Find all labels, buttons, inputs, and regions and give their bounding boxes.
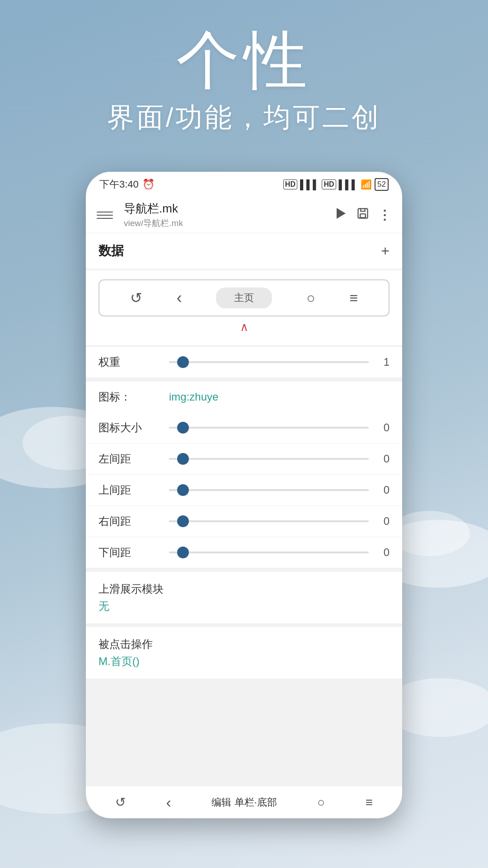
- weight-thumb[interactable]: [177, 356, 189, 368]
- top-margin-slider[interactable]: [169, 489, 369, 491]
- left-margin-slider[interactable]: [169, 458, 369, 460]
- left-margin-label: 左间距: [99, 452, 162, 466]
- bottom-margin-label: 下间距: [99, 545, 162, 560]
- properties-area: 权重 1 图标： img:zhuye 图标大小 0: [86, 347, 402, 679]
- header-title-area: 导航栏.mk view/导航栏.mk: [124, 201, 329, 229]
- right-margin-value: 0: [376, 515, 389, 528]
- top-margin-thumb[interactable]: [177, 484, 189, 496]
- nav-bar-mock: ↺ ‹ 主页 ○ ≡: [99, 279, 389, 316]
- weight-track: [169, 361, 369, 363]
- bottom-nav-menu-icon[interactable]: ≡: [366, 795, 373, 810]
- nav-back-icon[interactable]: ‹: [177, 288, 182, 307]
- battery-indicator: 52: [375, 178, 389, 191]
- file-title: 导航栏.mk: [124, 201, 329, 217]
- right-margin-slider[interactable]: [169, 520, 369, 522]
- left-margin-row: 左间距 0: [86, 443, 402, 475]
- collapse-arrow[interactable]: ∧: [99, 316, 389, 336]
- bottom-nav-label: 编辑 单栏·底部: [211, 796, 277, 809]
- bottom-margin-row: 下间距 0: [86, 537, 402, 568]
- top-margin-label: 上间距: [99, 483, 162, 497]
- data-section-header: 数据 +: [86, 233, 402, 269]
- icon-size-thumb[interactable]: [177, 422, 189, 434]
- main-title: 个性: [0, 18, 488, 104]
- data-section-title: 数据: [99, 242, 124, 259]
- signal-hd-2: HD: [322, 179, 336, 189]
- right-margin-thumb[interactable]: [177, 515, 189, 527]
- top-margin-value: 0: [376, 484, 389, 496]
- sub-title: 界面/功能，均可二创: [0, 99, 488, 136]
- time-display: 下午3:40: [99, 178, 139, 191]
- weight-label: 权重: [99, 355, 162, 369]
- add-data-button[interactable]: +: [381, 244, 389, 258]
- alarm-icon: ⏰: [142, 179, 155, 190]
- weight-row: 权重 1: [86, 347, 402, 378]
- weight-slider[interactable]: [169, 361, 369, 363]
- slide-module-section: 上滑展示模块 无: [86, 572, 402, 623]
- icon-size-slider[interactable]: [169, 427, 369, 429]
- hamburger-menu-button[interactable]: [97, 212, 113, 219]
- click-action-value[interactable]: M.首页(): [99, 654, 389, 669]
- top-margin-track: [169, 489, 369, 491]
- icon-size-value: 0: [376, 421, 389, 434]
- nav-menu-icon[interactable]: ≡: [349, 290, 358, 307]
- nav-home-button[interactable]: 主页: [216, 288, 272, 308]
- click-action-section: 被点击操作 M.首页(): [86, 627, 402, 679]
- section-divider-3: [86, 623, 402, 627]
- status-icons-area: HD ▌▌▌ HD ▌▌▌ 📶 52: [283, 178, 389, 191]
- icon-size-row: 图标大小 0: [86, 412, 402, 443]
- bottom-margin-value: 0: [376, 546, 389, 559]
- app-header: 导航栏.mk view/导航栏.mk ⋮: [86, 197, 402, 233]
- more-options-button[interactable]: ⋮: [378, 208, 391, 222]
- top-text-area: 个性 界面/功能，均可二创: [0, 18, 488, 136]
- play-button[interactable]: [337, 208, 347, 222]
- nav-reload-icon[interactable]: ↺: [130, 289, 142, 307]
- icon-value[interactable]: img:zhuye: [169, 391, 218, 403]
- main-content: 数据 + ↺ ‹ 主页 ○ ≡ ∧ 权重: [86, 233, 402, 786]
- left-margin-track: [169, 458, 369, 460]
- wifi-icon: 📶: [361, 179, 372, 190]
- signal-bars-2: ▌▌▌: [339, 179, 358, 190]
- left-margin-value: 0: [376, 453, 389, 465]
- click-action-label: 被点击操作: [99, 637, 389, 654]
- icon-size-label: 图标大小: [99, 420, 162, 435]
- weight-value: 1: [376, 356, 389, 368]
- nav-preview-section: ↺ ‹ 主页 ○ ≡ ∧: [86, 270, 402, 345]
- status-bar: 下午3:40 ⏰ HD ▌▌▌ HD ▌▌▌ 📶 52: [86, 172, 402, 197]
- phone-frame: 下午3:40 ⏰ HD ▌▌▌ HD ▌▌▌ 📶 52 导航栏.mk view/…: [86, 172, 402, 818]
- bottom-nav-reload-icon[interactable]: ↺: [115, 795, 126, 810]
- signal-hd-1: HD: [283, 179, 297, 189]
- top-margin-row: 上间距 0: [86, 475, 402, 506]
- section-divider-2: [86, 568, 402, 572]
- icon-row: 图标： img:zhuye: [86, 382, 402, 412]
- slide-module-label: 上滑展示模块: [99, 582, 389, 599]
- left-margin-thumb[interactable]: [177, 453, 189, 465]
- bottom-nav-back-icon[interactable]: ‹: [166, 793, 171, 811]
- header-actions-area: ⋮: [337, 207, 391, 223]
- section-divider-1: [86, 378, 402, 382]
- bottom-margin-track: [169, 552, 369, 553]
- nav-circle-icon[interactable]: ○: [306, 290, 315, 307]
- battery-level: 52: [377, 180, 386, 189]
- right-margin-track: [169, 520, 369, 522]
- bottom-nav-circle-icon[interactable]: ○: [317, 795, 325, 810]
- signal-bars-1: ▌▌▌: [300, 179, 319, 190]
- slide-module-value[interactable]: 无: [99, 599, 389, 613]
- icon-label: 图标：: [99, 390, 162, 404]
- svg-rect-1: [360, 214, 366, 217]
- chevron-up-icon: ∧: [240, 320, 249, 334]
- status-time-area: 下午3:40 ⏰: [99, 178, 155, 191]
- right-margin-label: 右间距: [99, 514, 162, 528]
- right-margin-row: 右间距 0: [86, 506, 402, 537]
- bottom-navigation: ↺ ‹ 编辑 单栏·底部 ○ ≡: [86, 786, 402, 818]
- icon-size-track: [169, 427, 369, 429]
- bottom-margin-thumb[interactable]: [177, 547, 189, 558]
- bottom-margin-slider[interactable]: [169, 552, 369, 553]
- save-button[interactable]: [357, 207, 369, 223]
- file-path: view/导航栏.mk: [124, 217, 329, 229]
